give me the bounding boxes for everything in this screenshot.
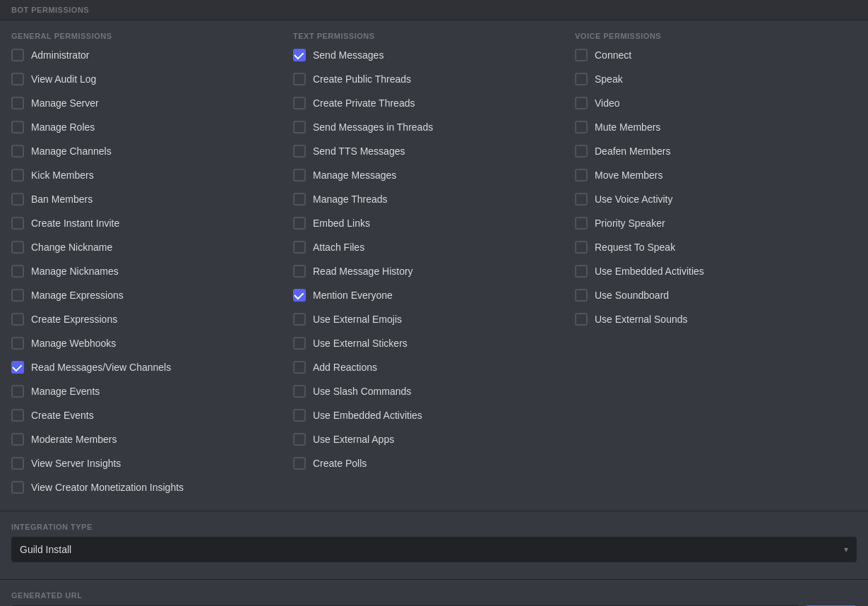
permission-label-create-polls: Create Polls — [313, 458, 367, 469]
permission-label-mention-everyone: Mention Everyone — [313, 290, 393, 301]
checkbox-use-embedded-activities[interactable] — [293, 409, 306, 422]
permission-item-use-voice-activity: Use Voice Activity — [575, 193, 845, 206]
permission-item-send-messages: Send Messages — [293, 49, 564, 61]
checkbox-create-public-threads[interactable] — [293, 73, 306, 85]
permission-item-manage-channels: Manage Channels — [11, 145, 282, 158]
checkbox-ban-members[interactable] — [11, 193, 24, 206]
checkbox-change-nickname[interactable] — [11, 241, 24, 254]
permission-label-create-public-threads: Create Public Threads — [313, 73, 411, 85]
permission-item-read-message-history: Read Message History — [293, 265, 564, 278]
checkbox-attach-files[interactable] — [293, 241, 306, 254]
integration-type-select[interactable]: Guild Install User Install — [11, 537, 857, 562]
integration-type-select-wrapper: Guild Install User Install ▾ — [11, 537, 857, 562]
checkbox-manage-messages[interactable] — [293, 169, 306, 182]
generated-url-header: GENERATED URL — [11, 591, 857, 600]
permission-label-use-external-apps: Use External Apps — [313, 434, 394, 445]
permission-item-add-reactions: Add Reactions — [293, 361, 564, 374]
checkbox-manage-webhooks[interactable] — [11, 337, 24, 350]
checkbox-connect[interactable] — [575, 49, 588, 61]
permission-label-use-external-stickers: Use External Stickers — [313, 338, 408, 349]
checkbox-use-soundboard[interactable] — [575, 289, 588, 302]
permission-item-moderate-members: Moderate Members — [11, 433, 282, 446]
permission-label-request-to-speak: Request To Speak — [595, 242, 675, 253]
checkbox-request-to-speak[interactable] — [575, 241, 588, 254]
text-permissions-column: TEXT PERMISSIONS Send MessagesCreate Pub… — [293, 32, 575, 505]
checkbox-move-members[interactable] — [575, 169, 588, 182]
checkbox-create-expressions[interactable] — [11, 313, 24, 326]
checkbox-use-external-emojis[interactable] — [293, 313, 306, 326]
permission-item-create-polls: Create Polls — [293, 457, 564, 470]
permission-item-embed-links: Embed Links — [293, 217, 564, 230]
checkbox-manage-roles[interactable] — [11, 121, 24, 133]
permission-item-manage-roles: Manage Roles — [11, 121, 282, 133]
permissions-grid: GENERAL PERMISSIONS AdministratorView Au… — [0, 20, 868, 505]
permission-item-create-events: Create Events — [11, 409, 282, 422]
permission-item-manage-events: Manage Events — [11, 385, 282, 398]
checkbox-send-tts-messages[interactable] — [293, 145, 306, 158]
checkbox-send-messages-in-threads[interactable] — [293, 121, 306, 133]
permission-item-manage-server: Manage Server — [11, 97, 282, 109]
permission-label-view-audit-log: View Audit Log — [31, 73, 96, 85]
checkbox-priority-speaker[interactable] — [575, 217, 588, 230]
checkbox-use-external-stickers[interactable] — [293, 337, 306, 350]
permission-label-view-server-insights: View Server Insights — [31, 458, 121, 469]
checkbox-manage-expressions[interactable] — [11, 289, 24, 302]
checkbox-create-private-threads[interactable] — [293, 97, 306, 109]
checkbox-mention-everyone[interactable] — [293, 289, 306, 302]
permission-label-manage-channels: Manage Channels — [31, 145, 112, 157]
checkbox-use-slash-commands[interactable] — [293, 385, 306, 398]
general-permissions-list: AdministratorView Audit LogManage Server… — [11, 49, 282, 494]
permission-label-create-private-threads: Create Private Threads — [313, 97, 415, 109]
permission-item-attach-files: Attach Files — [293, 241, 564, 254]
checkbox-speak[interactable] — [575, 73, 588, 85]
voice-permissions-header: VOICE PERMISSIONS — [575, 32, 845, 40]
checkbox-read-messages[interactable] — [11, 361, 24, 374]
permission-item-connect: Connect — [575, 49, 845, 61]
permission-label-read-messages: Read Messages/View Channels — [31, 362, 171, 373]
permission-label-send-messages: Send Messages — [313, 49, 384, 61]
permission-label-create-events: Create Events — [31, 410, 94, 421]
checkbox-embed-links[interactable] — [293, 217, 306, 230]
checkbox-create-polls[interactable] — [293, 457, 306, 470]
checkbox-manage-events[interactable] — [11, 385, 24, 398]
checkbox-kick-members[interactable] — [11, 169, 24, 182]
checkbox-use-external-apps[interactable] — [293, 433, 306, 446]
checkbox-use-embedded-activities[interactable] — [575, 265, 588, 278]
checkbox-manage-server[interactable] — [11, 97, 24, 109]
checkbox-create-instant-invite[interactable] — [11, 217, 24, 230]
permission-item-kick-members: Kick Members — [11, 169, 282, 182]
general-permissions-header: GENERAL PERMISSIONS — [11, 32, 282, 40]
permission-label-kick-members: Kick Members — [31, 170, 94, 181]
permission-item-create-instant-invite: Create Instant Invite — [11, 217, 282, 230]
permission-item-create-public-threads: Create Public Threads — [293, 73, 564, 85]
checkbox-create-events[interactable] — [11, 409, 24, 422]
checkbox-manage-threads[interactable] — [293, 193, 306, 206]
permission-item-administrator: Administrator — [11, 49, 282, 61]
checkbox-use-external-sounds[interactable] — [575, 313, 588, 326]
checkbox-deafen-members[interactable] — [575, 145, 588, 158]
checkbox-manage-nicknames[interactable] — [11, 265, 24, 278]
permission-item-view-server-insights: View Server Insights — [11, 457, 282, 470]
checkbox-mute-members[interactable] — [575, 121, 588, 133]
checkbox-view-audit-log[interactable] — [11, 73, 24, 85]
checkbox-read-message-history[interactable] — [293, 265, 306, 278]
checkbox-manage-channels[interactable] — [11, 145, 24, 158]
checkbox-moderate-members[interactable] — [11, 433, 24, 446]
permission-item-manage-threads: Manage Threads — [293, 193, 564, 206]
checkbox-send-messages[interactable] — [293, 49, 306, 61]
permission-label-manage-messages: Manage Messages — [313, 170, 396, 181]
permission-label-manage-nicknames: Manage Nicknames — [31, 266, 119, 277]
checkbox-add-reactions[interactable] — [293, 361, 306, 374]
checkbox-view-server-insights[interactable] — [11, 457, 24, 470]
permission-label-use-voice-activity: Use Voice Activity — [595, 194, 673, 205]
permission-label-manage-server: Manage Server — [31, 97, 99, 109]
checkbox-use-voice-activity[interactable] — [575, 193, 588, 206]
permission-label-connect: Connect — [595, 49, 631, 61]
permission-label-add-reactions: Add Reactions — [313, 362, 377, 373]
checkbox-video[interactable] — [575, 97, 588, 109]
checkbox-view-creator-monetization[interactable] — [11, 481, 24, 494]
checkbox-administrator[interactable] — [11, 49, 24, 61]
permission-label-deafen-members: Deafen Members — [595, 145, 670, 157]
permission-label-manage-roles: Manage Roles — [31, 121, 95, 133]
permission-label-manage-events: Manage Events — [31, 386, 100, 397]
